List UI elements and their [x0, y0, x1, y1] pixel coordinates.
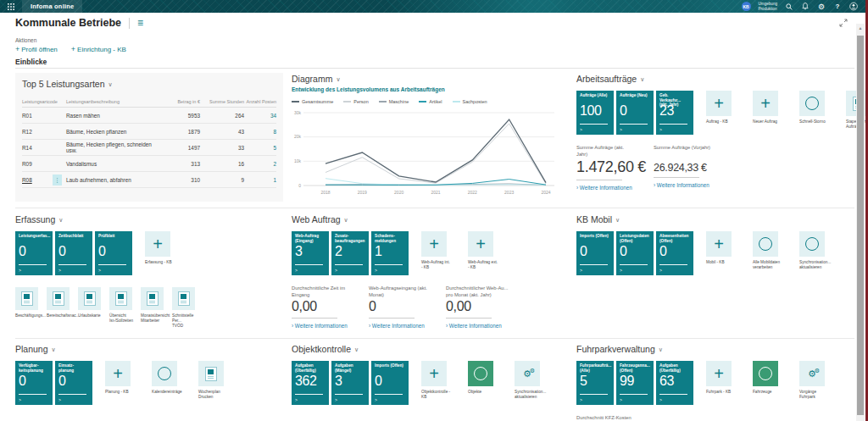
posten-link[interactable]: 8: [273, 129, 276, 135]
cue-tile[interactable]: Abwesenheiten (Offen)0>: [656, 231, 693, 275]
account-avatar[interactable]: [849, 3, 858, 11]
cell-code[interactable]: R01: [22, 113, 66, 119]
settings-gear-icon[interactable]: ⚙: [817, 3, 826, 11]
cue-tile[interactable]: Aufträge (Neu)0>: [616, 91, 654, 135]
cue-tile[interactable]: Aufgaben (Mängel)3>: [331, 361, 369, 405]
table-row[interactable]: R14Bäume, Hecken pflegen, schneiden usw.…: [22, 140, 276, 156]
cue-tile[interactable]: Imports (Offen)0>: [371, 361, 409, 405]
action-tile[interactable]: ⚙⚙: [799, 361, 825, 386]
action-tile[interactable]: +: [468, 231, 493, 257]
action-tile[interactable]: +: [753, 91, 778, 116]
table-row[interactable]: R01Rasen mähen595326434: [22, 108, 276, 124]
kpi-more-link[interactable]: › Weitere Informationen: [654, 182, 738, 188]
section-title[interactable]: Objektkontrolle: [292, 344, 351, 354]
help-icon[interactable]: ?: [833, 3, 842, 11]
action-tile[interactable]: +: [706, 91, 732, 116]
action-tile[interactable]: [468, 361, 493, 386]
action-link[interactable]: +Einrichtung - KB: [71, 45, 126, 53]
cell-code[interactable]: R09: [22, 161, 66, 167]
posten-link[interactable]: 5: [273, 145, 276, 151]
cue-tile[interactable]: Leistungsdaten (Offen)0>: [616, 231, 654, 275]
section-title[interactable]: KB Mobil: [576, 214, 612, 224]
cue-tile[interactable]: Zusatz- beauftragungen2>: [331, 231, 369, 275]
chevron-down-icon[interactable]: ∨: [108, 81, 112, 88]
section-title[interactable]: Arbeitsaufträge: [576, 74, 637, 84]
action-tile[interactable]: [78, 287, 101, 310]
section-title[interactable]: Web Auftrag: [292, 214, 341, 224]
table-row[interactable]: R12Bäume, Hecken pflanzen1879438: [22, 124, 276, 140]
kpi-more-link[interactable]: › Weitere Informationen: [369, 323, 442, 329]
cue-tile[interactable]: Geb. Verkaufsr... (akt. Jahr)23>: [656, 91, 693, 135]
cue-tile[interactable]: Einsatz- planung0>: [55, 361, 92, 405]
notifications-icon[interactable]: [801, 3, 810, 11]
chart-title-link[interactable]: Entwicklung des Leistungsvolumens aus Ar…: [292, 86, 563, 92]
action-tile[interactable]: [799, 91, 825, 116]
cue-tile[interactable]: Prüfblatt0>: [95, 231, 132, 275]
action-tile[interactable]: +: [421, 361, 447, 386]
action-link[interactable]: +Profil öffnen: [15, 45, 58, 53]
environment-badge[interactable]: KB: [742, 2, 751, 11]
app-launcher-icon[interactable]: [0, 0, 22, 13]
action-tile[interactable]: +: [706, 361, 732, 386]
table-row[interactable]: R09Vandalismus313162: [22, 156, 276, 172]
legend-item[interactable]: Person: [343, 99, 368, 104]
cue-tile[interactable]: Aufgaben (Überfällig)63>: [656, 361, 693, 405]
posten-link[interactable]: 34: [270, 113, 276, 119]
chevron-down-icon[interactable]: ∨: [354, 346, 359, 353]
action-tile[interactable]: [753, 231, 778, 257]
chevron-down-icon[interactable]: ∨: [659, 346, 663, 353]
app-name[interactable]: Infoma online: [22, 0, 82, 13]
legend-item[interactable]: Maschine: [379, 99, 409, 104]
action-tile[interactable]: [15, 287, 38, 310]
chevron-down-icon[interactable]: ∨: [344, 217, 348, 224]
chevron-down-icon[interactable]: ∨: [640, 76, 644, 83]
cell-code[interactable]: R14: [22, 145, 66, 151]
chevron-down-icon[interactable]: ∨: [615, 217, 620, 224]
cue-tile[interactable]: Fahrzeuganna... (Offen)99>: [616, 361, 654, 405]
action-tile[interactable]: [109, 287, 132, 310]
cue-tile[interactable]: Zeitbuchblatt0>: [55, 231, 92, 275]
cue-tile[interactable]: Verfügbar- keitsplanung0>: [15, 361, 53, 405]
kpi-more-link[interactable]: › Weitere Informationen: [446, 323, 546, 329]
action-tile[interactable]: [198, 361, 224, 386]
action-tile[interactable]: ⚙⚙: [515, 361, 540, 386]
action-tile[interactable]: +: [105, 361, 131, 386]
section-title[interactable]: Fuhrparkverwaltung: [576, 344, 655, 354]
section-title[interactable]: Top 5 Leistungsarten: [22, 79, 104, 89]
action-tile[interactable]: +: [145, 231, 170, 257]
cue-tile[interactable]: Schadens- meldungen1>: [371, 231, 409, 275]
table-row[interactable]: R08⋮Laub aufnehmen, abfahren31091: [22, 172, 276, 188]
chevron-down-icon[interactable]: ∨: [336, 76, 340, 83]
kpi-more-link[interactable]: › Weitere Informationen: [576, 185, 649, 191]
chevron-down-icon[interactable]: ∨: [52, 346, 56, 353]
cue-tile[interactable]: Aufgaben (Überfällig)362>: [292, 361, 329, 405]
action-tile[interactable]: +: [706, 231, 732, 257]
cue-tile[interactable]: Imports (Offen)0>: [576, 231, 614, 275]
chevron-down-icon[interactable]: ∨: [58, 217, 63, 224]
scrollbar[interactable]: ▲: [856, 24, 865, 421]
legend-item[interactable]: Gesamtsumme: [292, 99, 333, 104]
cue-tile[interactable]: Web-Auftrag (Eingang)3>: [292, 231, 329, 275]
kpi-more-link[interactable]: › Weitere Informationen: [292, 323, 364, 329]
action-tile[interactable]: [152, 361, 177, 386]
scrollbar-thumb[interactable]: [857, 36, 864, 415]
search-icon[interactable]: [785, 3, 793, 11]
action-tile[interactable]: [47, 287, 70, 310]
section-title[interactable]: Erfassung: [15, 214, 55, 224]
posten-link[interactable]: 2: [273, 161, 276, 167]
cue-tile[interactable]: Fuhrparkaufträ... (Alle)5>: [576, 361, 614, 405]
action-tile[interactable]: [753, 361, 778, 386]
row-menu-icon[interactable]: ⋮: [53, 174, 62, 186]
cell-code[interactable]: R12: [22, 129, 66, 135]
cue-tile[interactable]: Leistungserfas...0>: [15, 231, 53, 275]
action-tile[interactable]: [141, 287, 164, 310]
legend-item[interactable]: Sachposten: [453, 99, 487, 104]
scrollbar-up-arrow[interactable]: ▲: [856, 25, 865, 30]
action-tile[interactable]: [172, 287, 195, 310]
posten-link[interactable]: 1: [273, 177, 276, 183]
action-tile[interactable]: [799, 231, 825, 257]
legend-item[interactable]: Artikel: [419, 99, 442, 104]
section-title[interactable]: Planung: [15, 344, 48, 354]
cue-tile[interactable]: Aufträge (Alle)100>: [576, 91, 614, 135]
hamburger-icon[interactable]: ≡: [137, 18, 143, 28]
